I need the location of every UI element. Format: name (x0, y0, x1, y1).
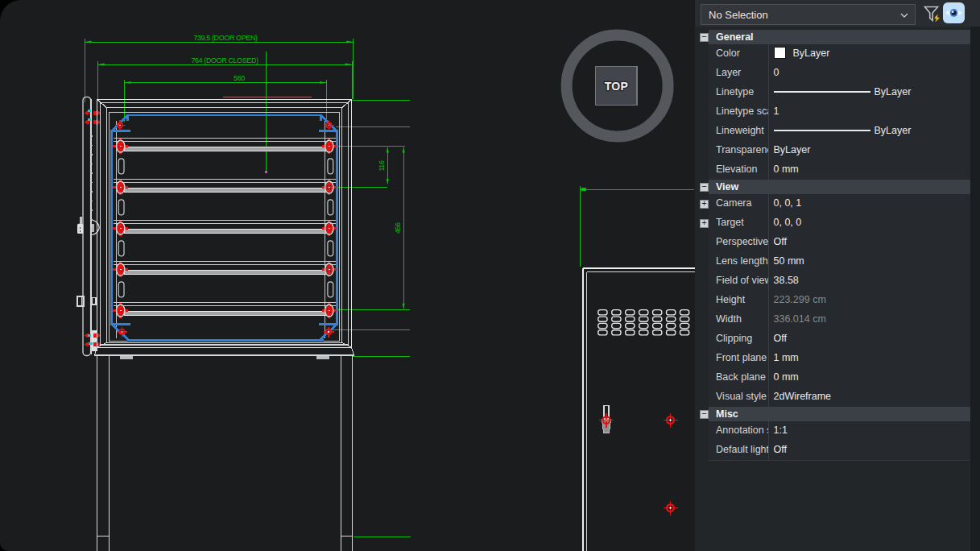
svg-text:TOP: TOP (605, 80, 628, 93)
svg-text:739,5 (DOOR OPEN): 739,5 (DOOR OPEN) (193, 34, 258, 42)
svg-text:456: 456 (394, 222, 402, 234)
svg-text:764 (DOOR CLOSED): 764 (DOOR CLOSED) (191, 56, 258, 64)
svg-text:560: 560 (234, 74, 245, 82)
svg-text:116: 116 (378, 160, 386, 172)
